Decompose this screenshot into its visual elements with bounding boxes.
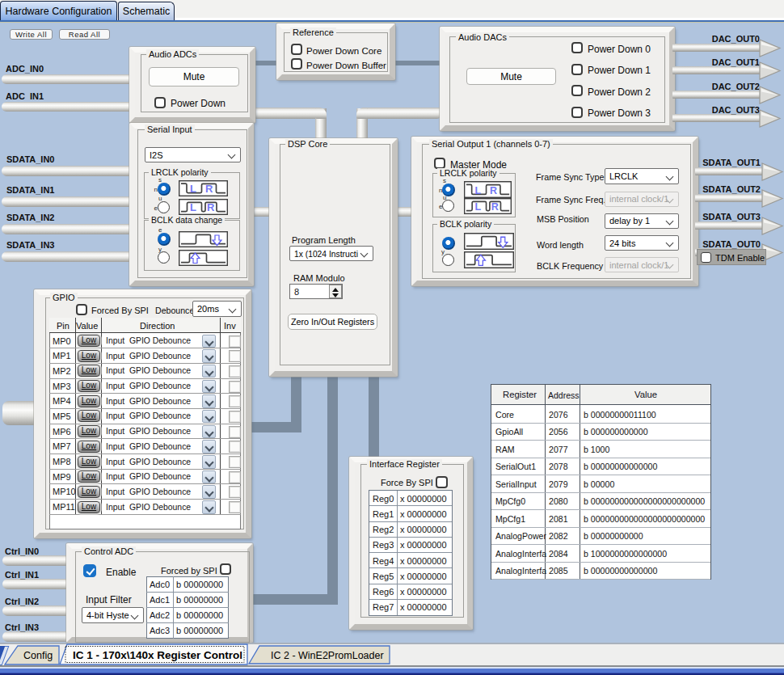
svg-text:R: R <box>491 200 499 213</box>
svg-text:IC 2 - WinE2PromLoader: IC 2 - WinE2PromLoader <box>271 650 384 661</box>
svg-text:R: R <box>490 184 498 196</box>
svg-text:L: L <box>190 183 196 195</box>
svg-text:L: L <box>475 184 482 196</box>
svg-text:Config: Config <box>23 650 53 661</box>
svg-text:L: L <box>475 200 482 213</box>
svg-text:R: R <box>207 201 215 213</box>
svg-text:R: R <box>205 183 213 195</box>
svg-text:IC 1 - 170x\140x Register Cont: IC 1 - 170x\140x Register Control <box>73 649 242 661</box>
svg-text:L: L <box>190 201 196 213</box>
